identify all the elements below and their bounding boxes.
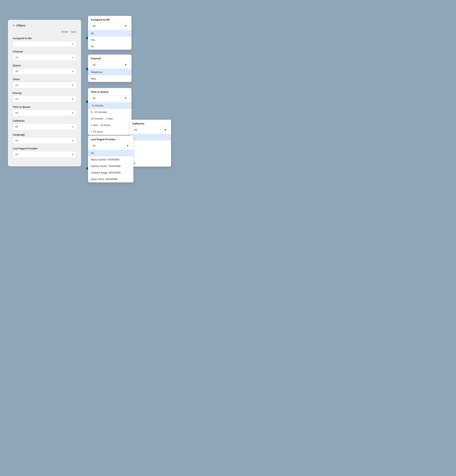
provider-value: All [15,153,18,156]
channel-dropdown-arrow-icon: ▼ [72,56,74,59]
filter-group-channel: Channel All ▼ [13,50,76,61]
priority-dropdown-arrow-icon: ▼ [72,98,74,100]
filter-group-client: Client All ▼ [13,78,76,88]
channel-selected-arrow-icon: ▼ [124,63,127,66]
time-dropdown-arrow-icon: ▼ [72,112,74,114]
queue-label: Queue [13,64,76,67]
filter-group-language: Language All ▼ [13,133,76,144]
callbacks-select[interactable]: All ▼ [13,123,76,130]
filters-panel: ▼ Filters Reset Save Assigned to Me ▼ Ch… [8,20,81,166]
priority-select[interactable]: All ▼ [13,96,76,102]
filter-group-assigned: Assigned to Me ▼ [13,37,76,47]
filter-group-queue: Queue All ▼ [13,64,76,75]
page-container: ▼ Filters Reset Save Assigned to Me ▼ Ch… [8,8,186,216]
provider-selected-arrow-icon: ▼ [126,144,129,147]
callbacks-selected-arrow-icon: ▼ [164,128,166,131]
client-label: Client [13,78,76,81]
callbacks-value: All [15,125,18,128]
assigned-dropdown-popup: Assigned to Me All ▼ All Yes No [88,16,132,50]
provider-dropdown-popup: Last Paged Provider All ▼ All Maria Soar… [88,136,133,182]
time-selected-value: All [92,97,95,100]
channel-value: All [15,56,18,59]
reset-button[interactable]: Reset [61,30,68,33]
language-label: Language [13,133,76,136]
time-dropdown-title: Time in Queue [88,88,132,95]
provider-select[interactable]: All ▼ [13,151,76,158]
callbacks-label: Callbacks [13,119,76,122]
provider-label: Last Paged Provider [13,147,76,150]
assigned-label: Assigned to Me [13,37,76,40]
channel-select[interactable]: All ▼ [13,54,76,61]
language-value: All [15,139,18,142]
channel-option-web[interactable]: Web [88,75,132,82]
provider-option-karim[interactable]: Karim Klimt / 90345568 [88,176,133,182]
assigned-selected-row[interactable]: All ▼ [90,23,130,29]
callbacks-option-1[interactable]: 1 [130,140,171,147]
assigned-option-yes[interactable]: Yes [88,37,132,43]
filters-arrow-icon: ▼ [13,24,15,27]
assigned-select[interactable]: ▼ [13,41,76,47]
assigned-dropdown-title: Assigned to Me [88,16,132,23]
callbacks-option-3[interactable]: 3 [130,153,171,160]
filter-group-priority: Priority All ▼ [13,92,76,102]
time-value: All [15,111,18,114]
callbacks-option-0[interactable]: 0 [130,134,171,140]
callbacks-option-2[interactable]: 2 [130,147,171,153]
callbacks-dropdown-arrow-icon: ▼ [72,126,74,128]
channel-option-telephone[interactable]: Telephone [88,69,132,75]
queue-select[interactable]: All ▼ [13,68,76,75]
save-button[interactable]: Save [70,30,76,33]
provider-selected-value: All [92,144,95,147]
provider-dropdown-arrow-icon: ▼ [72,153,74,156]
queue-value: All [15,70,18,73]
callbacks-selected-row[interactable]: All ▼ [132,127,169,133]
client-value: All [15,84,18,87]
filter-group-time: Time in Queue All ▼ [13,105,76,116]
time-option-plus24h[interactable]: + 24 hours [88,128,132,135]
client-select[interactable]: All ▼ [13,82,76,88]
channel-dropdown-title: Channel [88,55,132,61]
time-label: Time in Queue [13,105,76,108]
assigned-option-no[interactable]: No [88,43,132,50]
filter-group-callbacks: Callbacks All ▼ [13,119,76,130]
assigned-selected-value: All [92,25,95,27]
channel-selected-value: All [92,63,95,66]
provider-selected-row[interactable]: All ▼ [90,143,132,149]
client-dropdown-arrow-icon: ▼ [72,84,74,86]
time-select[interactable]: All ▼ [13,110,76,116]
queue-dropdown-arrow-icon: ▼ [72,70,74,73]
provider-dropdown-title: Last Paged Provider [88,136,133,143]
time-selected-row[interactable]: All ▼ [90,95,130,102]
filters-header: ▼ Filters [13,24,76,27]
assigned-selected-arrow-icon: ▼ [124,25,127,27]
time-dropdown-popup: Time in Queue All ▼ - 5 minutes 5 - 15 m… [88,88,132,135]
time-selected-arrow-icon: ▼ [124,97,127,100]
channel-dropdown-popup: Channel All ▼ Telephone Web [88,55,132,82]
time-option-15to1h[interactable]: 15 minutes - 1 hour [88,115,132,122]
priority-label: Priority [13,92,76,94]
provider-option-jualiane[interactable]: Jualiane Bagg / 90345568 [88,169,133,176]
channel-selected-row[interactable]: All ▼ [90,61,130,68]
callbacks-option-plus3[interactable]: +3 [130,160,171,167]
time-option-1to24h[interactable]: 1 hour - 24 hours [88,122,132,128]
filters-title: Filters [17,24,25,27]
filters-actions: Reset Save [13,30,76,33]
provider-option-sabrina[interactable]: Sabrina Smith / 90345568 [88,163,133,169]
language-select[interactable]: All ▼ [13,137,76,144]
priority-value: All [15,98,18,101]
callbacks-dropdown-popup: Callbacks All ▼ 0 1 2 3 +3 [130,120,171,167]
channel-label: Channel [13,50,76,53]
provider-option-maria[interactable]: Maria Soarial / 90345568 [88,156,133,163]
callbacks-dropdown-title: Callbacks [130,120,171,127]
time-option-5to15[interactable]: 5 - 15 minutes [88,109,132,115]
filter-group-provider: Last Paged Provider All ▼ [13,147,76,158]
language-dropdown-arrow-icon: ▼ [72,139,74,142]
time-option-minus5[interactable]: - 5 minutes [88,102,132,109]
callbacks-selected-value: All [134,128,137,131]
assigned-option-all[interactable]: All [88,30,132,37]
assigned-dropdown-arrow-icon: ▼ [72,43,74,45]
provider-option-all[interactable]: All [88,150,133,156]
